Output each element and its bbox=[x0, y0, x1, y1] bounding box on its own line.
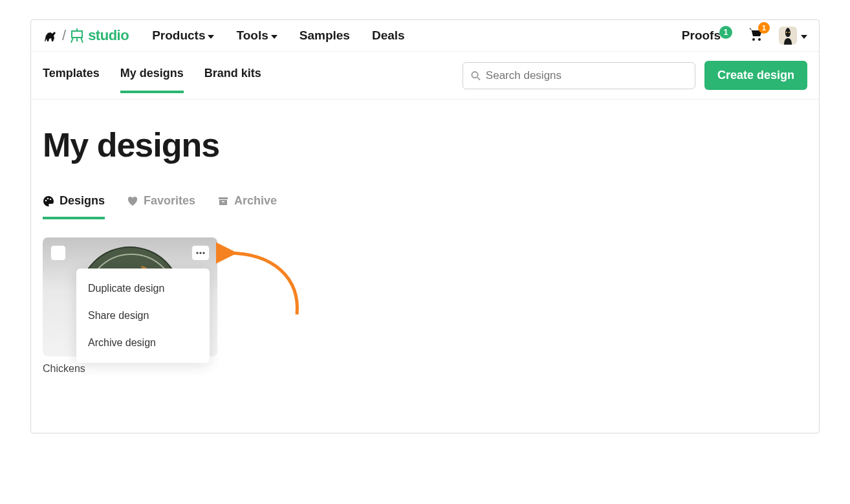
svg-point-4 bbox=[789, 32, 790, 33]
app-frame: / studio Products Tools Samples Deals Pr… bbox=[30, 19, 820, 433]
brand[interactable]: / studio bbox=[43, 27, 129, 44]
archive-icon bbox=[217, 195, 229, 207]
svg-point-15 bbox=[202, 252, 204, 254]
card-area: Chickens Duplicate design Share design A… bbox=[43, 237, 237, 375]
slash-separator: / bbox=[62, 27, 66, 44]
nav-links: Products Tools Samples Deals bbox=[152, 28, 404, 43]
svg-point-1 bbox=[752, 38, 755, 41]
nav-deals-label: Deals bbox=[372, 28, 405, 43]
menu-archive[interactable]: Archive design bbox=[76, 329, 210, 356]
filter-favorites[interactable]: Favorites bbox=[127, 194, 195, 219]
tab-brand-kits[interactable]: Brand kits bbox=[204, 67, 261, 93]
filter-designs-label: Designs bbox=[60, 194, 105, 208]
svg-rect-9 bbox=[219, 197, 228, 199]
svg-point-5 bbox=[472, 71, 477, 77]
proofs-link[interactable]: Proofs 1 bbox=[682, 28, 732, 43]
tab-my-designs[interactable]: My designs bbox=[120, 67, 184, 93]
filter-tabs: Designs Favorites Archive bbox=[43, 194, 807, 219]
more-icon bbox=[196, 252, 205, 254]
nav-samples[interactable]: Samples bbox=[300, 28, 350, 43]
nav-tools[interactable]: Tools bbox=[236, 28, 277, 43]
svg-rect-0 bbox=[72, 31, 82, 38]
card-context-menu: Duplicate design Share design Archive de… bbox=[76, 268, 210, 363]
card-title: Chickens bbox=[43, 363, 237, 375]
menu-duplicate[interactable]: Duplicate design bbox=[76, 275, 210, 302]
svg-point-7 bbox=[47, 197, 49, 199]
nav-products[interactable]: Products bbox=[152, 28, 214, 43]
create-design-button[interactable]: Create design bbox=[704, 61, 807, 90]
heart-icon bbox=[127, 195, 138, 207]
chevron-down-icon bbox=[208, 35, 214, 39]
nav-tools-label: Tools bbox=[236, 28, 268, 43]
card-more-button[interactable] bbox=[191, 245, 210, 261]
proofs-label: Proofs bbox=[682, 28, 721, 43]
cart-button[interactable]: 1 bbox=[748, 27, 763, 44]
search-input[interactable] bbox=[486, 69, 687, 82]
horse-icon bbox=[43, 28, 58, 43]
brand-name: studio bbox=[88, 27, 129, 44]
avatar bbox=[779, 27, 797, 45]
annotation-arrow bbox=[216, 234, 320, 324]
svg-point-2 bbox=[758, 38, 761, 41]
cart-badge: 1 bbox=[758, 22, 770, 34]
tab-templates[interactable]: Templates bbox=[43, 67, 100, 93]
palette-icon bbox=[43, 195, 54, 207]
svg-point-13 bbox=[196, 252, 198, 254]
subnav-tabs: Templates My designs Brand kits bbox=[43, 67, 261, 84]
menu-share[interactable]: Share design bbox=[76, 302, 210, 329]
svg-rect-11 bbox=[222, 201, 224, 203]
filter-archive-label: Archive bbox=[234, 194, 277, 208]
top-nav: / studio Products Tools Samples Deals Pr… bbox=[31, 20, 819, 52]
nav-products-label: Products bbox=[152, 28, 205, 43]
svg-point-3 bbox=[786, 32, 787, 33]
card-checkbox[interactable] bbox=[50, 245, 66, 261]
subnav-right: Create design bbox=[463, 61, 807, 90]
nav-samples-label: Samples bbox=[300, 28, 350, 43]
filter-designs[interactable]: Designs bbox=[43, 194, 105, 219]
chevron-down-icon bbox=[271, 35, 278, 39]
sub-nav: Templates My designs Brand kits Create d… bbox=[31, 52, 819, 100]
page-title: My designs bbox=[43, 126, 807, 164]
svg-point-8 bbox=[50, 198, 51, 199]
svg-point-14 bbox=[199, 252, 201, 254]
easel-icon bbox=[70, 28, 84, 43]
account-menu[interactable] bbox=[779, 27, 807, 45]
nav-deals[interactable]: Deals bbox=[372, 28, 405, 43]
top-nav-right: Proofs 1 1 bbox=[682, 27, 807, 45]
svg-point-6 bbox=[45, 199, 47, 201]
proofs-badge: 1 bbox=[719, 26, 732, 39]
filter-archive[interactable]: Archive bbox=[217, 194, 277, 219]
svg-rect-10 bbox=[219, 200, 227, 205]
chevron-down-icon bbox=[801, 35, 807, 39]
search-icon bbox=[471, 71, 481, 81]
filter-favorites-label: Favorites bbox=[144, 194, 195, 208]
search-field[interactable] bbox=[463, 62, 695, 89]
main-content: My designs Designs Favorites Archive bbox=[31, 100, 819, 433]
